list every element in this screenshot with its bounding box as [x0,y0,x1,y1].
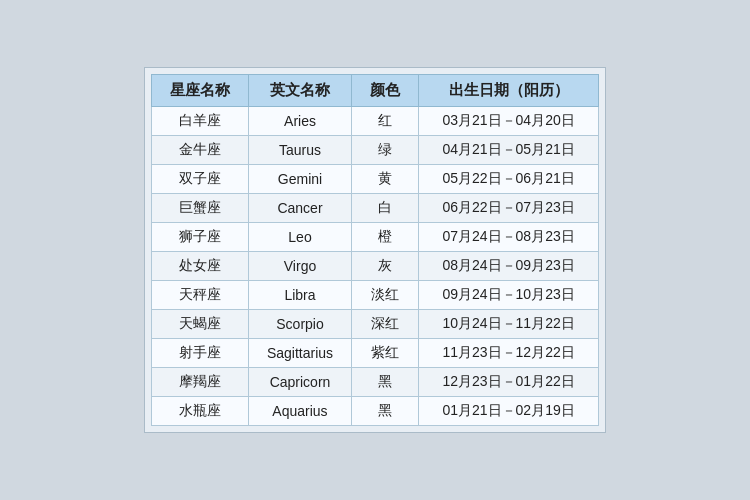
cell-date: 09月24日－10月23日 [419,281,599,310]
cell-color: 橙 [352,223,419,252]
cell-english: Aries [248,107,351,136]
cell-date: 03月21日－04月20日 [419,107,599,136]
cell-date: 06月22日－07月23日 [419,194,599,223]
table-body: 白羊座Aries红03月21日－04月20日金牛座Taurus绿04月21日－0… [151,107,598,426]
cell-color: 深红 [352,310,419,339]
table-row: 白羊座Aries红03月21日－04月20日 [151,107,598,136]
table-row: 双子座Gemini黄05月22日－06月21日 [151,165,598,194]
cell-chinese: 天秤座 [151,281,248,310]
table-row: 水瓶座Aquarius黑01月21日－02月19日 [151,397,598,426]
cell-date: 07月24日－08月23日 [419,223,599,252]
table-row: 处女座Virgo灰08月24日－09月23日 [151,252,598,281]
table-row: 巨蟹座Cancer白06月22日－07月23日 [151,194,598,223]
cell-date: 01月21日－02月19日 [419,397,599,426]
cell-chinese: 处女座 [151,252,248,281]
cell-chinese: 天蝎座 [151,310,248,339]
cell-english: Libra [248,281,351,310]
cell-english: Leo [248,223,351,252]
zodiac-table-container: 星座名称 英文名称 颜色 出生日期（阳历） 白羊座Aries红03月21日－04… [144,67,606,433]
cell-english: Capricorn [248,368,351,397]
cell-date: 04月21日－05月21日 [419,136,599,165]
zodiac-table: 星座名称 英文名称 颜色 出生日期（阳历） 白羊座Aries红03月21日－04… [151,74,599,426]
header-date: 出生日期（阳历） [419,75,599,107]
cell-color: 红 [352,107,419,136]
header-chinese: 星座名称 [151,75,248,107]
cell-english: Cancer [248,194,351,223]
cell-color: 紫红 [352,339,419,368]
cell-chinese: 双子座 [151,165,248,194]
cell-date: 08月24日－09月23日 [419,252,599,281]
cell-chinese: 狮子座 [151,223,248,252]
header-english: 英文名称 [248,75,351,107]
table-row: 天蝎座Scorpio深红10月24日－11月22日 [151,310,598,339]
cell-date: 05月22日－06月21日 [419,165,599,194]
cell-color: 淡红 [352,281,419,310]
cell-chinese: 射手座 [151,339,248,368]
cell-english: Taurus [248,136,351,165]
cell-english: Scorpio [248,310,351,339]
cell-color: 黄 [352,165,419,194]
header-color: 颜色 [352,75,419,107]
table-row: 天秤座Libra淡红09月24日－10月23日 [151,281,598,310]
cell-date: 12月23日－01月22日 [419,368,599,397]
cell-date: 10月24日－11月22日 [419,310,599,339]
cell-color: 黑 [352,397,419,426]
cell-date: 11月23日－12月22日 [419,339,599,368]
cell-color: 黑 [352,368,419,397]
cell-color: 白 [352,194,419,223]
cell-english: Virgo [248,252,351,281]
table-row: 射手座Sagittarius紫红11月23日－12月22日 [151,339,598,368]
cell-chinese: 金牛座 [151,136,248,165]
cell-chinese: 摩羯座 [151,368,248,397]
table-header-row: 星座名称 英文名称 颜色 出生日期（阳历） [151,75,598,107]
cell-english: Gemini [248,165,351,194]
cell-chinese: 巨蟹座 [151,194,248,223]
cell-english: Aquarius [248,397,351,426]
table-row: 狮子座Leo橙07月24日－08月23日 [151,223,598,252]
cell-color: 灰 [352,252,419,281]
cell-english: Sagittarius [248,339,351,368]
table-row: 摩羯座Capricorn黑12月23日－01月22日 [151,368,598,397]
cell-chinese: 白羊座 [151,107,248,136]
table-row: 金牛座Taurus绿04月21日－05月21日 [151,136,598,165]
cell-color: 绿 [352,136,419,165]
cell-chinese: 水瓶座 [151,397,248,426]
